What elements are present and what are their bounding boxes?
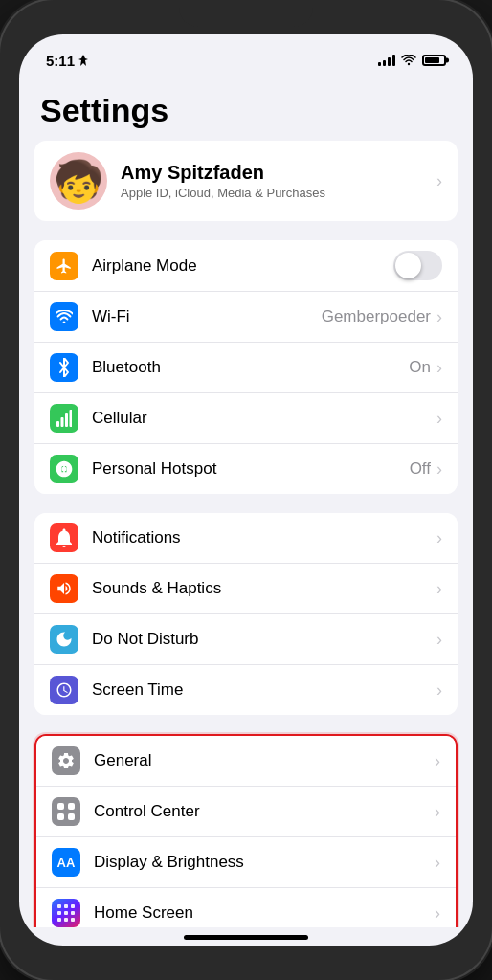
display-chevron: › [435, 853, 440, 873]
svg-point-0 [408, 63, 410, 65]
profile-info: Amy Spitzfaden Apple ID, iCloud, Media &… [121, 162, 423, 200]
hotspot-chevron: › [436, 459, 442, 479]
screentime-svg [56, 680, 73, 700]
wifi-row[interactable]: Wi-Fi Gemberpoeder › [34, 292, 458, 343]
svg-rect-2 [56, 421, 59, 427]
notifications-chevron: › [436, 528, 442, 548]
screen-time-icon [50, 676, 78, 704]
bluetooth-value: On [409, 358, 431, 377]
airplane-svg [56, 257, 73, 275]
svg-rect-17 [57, 918, 61, 922]
general-icon [52, 746, 80, 775]
home-screen-row[interactable]: Home Screen › [36, 888, 456, 927]
control-center-icon [52, 797, 80, 826]
general-row[interactable]: General › [36, 736, 456, 787]
notifications-group: Notifications › Sounds & Haptics › [34, 513, 458, 715]
svg-rect-4 [65, 413, 68, 427]
cellular-chevron: › [436, 409, 442, 429]
sounds-svg [55, 580, 74, 597]
sounds-icon [50, 574, 78, 603]
cellular-label: Cellular [92, 409, 436, 428]
general-svg [56, 751, 76, 770]
profile-chevron: › [436, 171, 442, 191]
home-svg [57, 904, 75, 922]
general-chevron: › [435, 751, 440, 771]
sounds-chevron: › [436, 579, 442, 599]
svg-rect-18 [64, 918, 68, 922]
battery-fill [425, 57, 439, 63]
settings-content[interactable]: Settings 🧒 Amy Spitzfaden Apple ID, iClo… [19, 77, 473, 927]
svg-rect-3 [61, 417, 64, 427]
notifications-row[interactable]: Notifications › [34, 513, 458, 564]
profile-row[interactable]: 🧒 Amy Spitzfaden Apple ID, iCloud, Media… [34, 141, 458, 221]
svg-rect-12 [64, 904, 68, 908]
hotspot-icon [50, 455, 78, 483]
page-title: Settings [19, 77, 473, 141]
home-screen-chevron: › [435, 903, 440, 924]
svg-rect-16 [71, 911, 75, 915]
toggle-thumb [395, 253, 421, 278]
hotspot-svg [55, 459, 74, 479]
cellular-row[interactable]: Cellular › [34, 393, 458, 444]
screen-time-chevron: › [436, 680, 442, 701]
display-aa: AA [57, 856, 76, 870]
notch [179, 0, 313, 27]
airplane-mode-row[interactable]: Airplane Mode [34, 240, 458, 292]
location-icon [78, 55, 88, 66]
svg-rect-8 [68, 803, 75, 810]
battery-icon [422, 55, 446, 66]
screen-time-row[interactable]: Screen Time › [34, 665, 458, 715]
svg-point-6 [62, 467, 67, 472]
system-group: General › Control Center › [34, 734, 458, 927]
wifi-value: Gemberpoeder [322, 307, 431, 326]
avatar: 🧒 [50, 152, 107, 210]
screen-time-label: Screen Time [92, 680, 436, 700]
svg-rect-10 [68, 813, 75, 820]
profile-subtitle: Apple ID, iCloud, Media & Purchases [121, 186, 423, 200]
sounds-label: Sounds & Haptics [92, 579, 436, 598]
control-center-row[interactable]: Control Center › [36, 787, 456, 837]
status-time: 5:11 [46, 53, 75, 69]
wifi-label: Wi-Fi [92, 307, 322, 326]
display-icon: AA [52, 848, 80, 877]
dnd-label: Do Not Disturb [92, 630, 436, 649]
svg-rect-11 [57, 904, 61, 908]
airplane-mode-icon [50, 252, 78, 280]
wifi-row-icon [50, 302, 78, 331]
dnd-row[interactable]: Do Not Disturb › [34, 614, 458, 665]
hotspot-value: Off [410, 459, 431, 479]
bluetooth-svg [57, 358, 71, 377]
cellular-svg [56, 410, 72, 427]
svg-rect-14 [57, 911, 61, 915]
home-screen-icon [52, 899, 80, 927]
home-indicator[interactable] [184, 935, 308, 940]
control-center-label: Control Center [94, 802, 435, 821]
wifi-chevron: › [436, 307, 442, 327]
dnd-icon [50, 625, 78, 654]
sounds-row[interactable]: Sounds & Haptics › [34, 564, 458, 614]
svg-rect-5 [70, 410, 73, 427]
wifi-status-icon [401, 55, 416, 66]
hotspot-label: Personal Hotspot [92, 459, 410, 479]
notifications-icon [50, 523, 78, 552]
airplane-mode-label: Airplane Mode [92, 256, 393, 276]
bluetooth-chevron: › [436, 358, 442, 378]
svg-point-1 [63, 322, 66, 324]
bluetooth-row[interactable]: Bluetooth On › [34, 343, 458, 393]
connectivity-group: Airplane Mode Wi-Fi [34, 240, 458, 494]
general-label: General [94, 751, 435, 770]
airplane-mode-toggle[interactable] [393, 251, 442, 280]
svg-rect-15 [64, 911, 68, 915]
hotspot-row[interactable]: Personal Hotspot Off › [34, 444, 458, 494]
dnd-svg [55, 630, 74, 649]
svg-rect-9 [57, 813, 64, 820]
wifi-svg [56, 310, 73, 323]
dnd-chevron: › [436, 630, 442, 650]
display-row[interactable]: AA Display & Brightness › [36, 837, 456, 888]
svg-rect-19 [71, 918, 75, 922]
signal-bars [378, 55, 395, 66]
profile-name: Amy Spitzfaden [121, 162, 423, 184]
home-screen-label: Home Screen [94, 903, 435, 923]
bluetooth-icon [50, 353, 78, 382]
phone-screen: 5:11 [19, 34, 473, 946]
